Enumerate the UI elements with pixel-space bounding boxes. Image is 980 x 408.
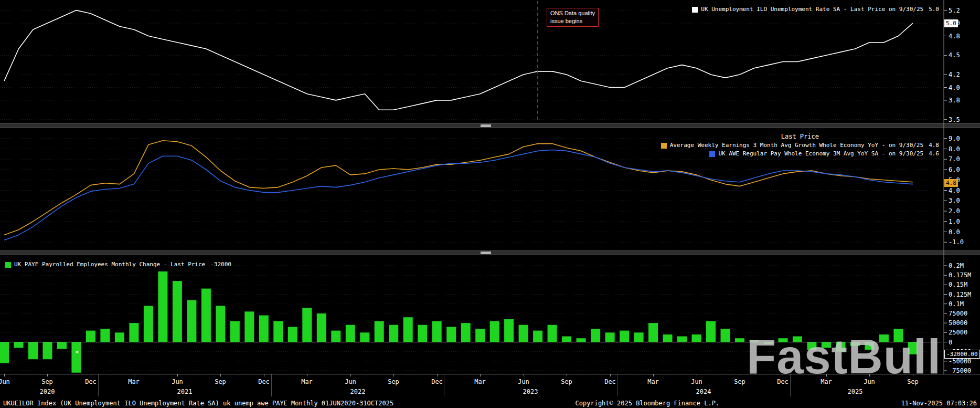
paye-bar	[793, 337, 802, 342]
paye-bar	[779, 338, 788, 342]
x-tick-label: Jun	[691, 378, 702, 385]
x-tick-mark	[740, 374, 740, 376]
y-tick-label: -1.0	[949, 238, 964, 246]
year-boundary-line	[98, 374, 99, 396]
paye-bar	[648, 323, 658, 342]
chart-canvas[interactable]: 5.25.04.84.54.24.03.83.59.08.07.06.05.04…	[0, 0, 980, 374]
x-tick-mark	[653, 374, 654, 376]
legend-paye-label: UK PAYE Payrolled Employees Monthly Chan…	[14, 260, 205, 269]
paye-bar	[446, 327, 456, 342]
x-tick-mark	[91, 374, 91, 376]
x-tick-label: Dec	[777, 378, 789, 385]
paye-bar	[403, 317, 413, 342]
x-tick-label: Sep	[907, 378, 919, 385]
x-year-label: 2024	[696, 388, 711, 395]
paye-bar	[389, 325, 398, 342]
x-tick-mark	[47, 374, 48, 376]
paye-bar	[879, 334, 889, 342]
legend-awe-regular-label: UK AWE Regular Pay Whole Economy 3M Avg …	[718, 150, 923, 158]
y-tick-label: 4.5	[949, 51, 960, 59]
last-price-box-unemployment: 5.0	[944, 19, 958, 27]
x-year-label: 2022	[350, 388, 366, 395]
y-tick-label: 0.1M	[949, 300, 964, 308]
y-tick-label: 4.2	[949, 71, 960, 78]
x-year-label: 2021	[177, 388, 193, 395]
x-tick-label: Dec	[431, 378, 443, 385]
legend-unemployment[interactable]: UK Unemployment ILO Unemployment Rate SA…	[692, 5, 939, 14]
paye-bar	[620, 331, 629, 342]
legend-paye[interactable]: UK PAYE Payrolled Employees Monthly Chan…	[5, 260, 231, 269]
paye-bar	[418, 325, 427, 342]
y-tick-label: 3.0	[949, 197, 960, 204]
paye-bar	[230, 321, 240, 342]
legend-awe-total[interactable]: Average Weekly Earnings 3 Month Avg Grow…	[661, 141, 939, 150]
x-tick-label: Mar	[647, 378, 659, 385]
paye-bar	[663, 334, 673, 342]
paye-bar	[706, 321, 716, 342]
x-tick-mark	[4, 374, 5, 376]
paye-bar	[360, 332, 369, 342]
x-tick-mark	[913, 374, 913, 376]
y-tick-label: 0.125M	[949, 291, 971, 298]
paye-bar	[173, 281, 182, 342]
paye-bar	[216, 306, 225, 342]
panel-divider-bottom[interactable]	[0, 250, 980, 255]
paye-bar	[504, 319, 514, 342]
y-tick-label: 0.175M	[949, 271, 971, 279]
paye-bar	[764, 342, 773, 344]
x-tick-mark	[697, 374, 697, 376]
x-tick-label: Sep	[41, 378, 53, 385]
paye-bar	[201, 289, 211, 342]
series-line	[4, 11, 913, 110]
y-tick-label: 0.2M	[949, 262, 964, 269]
paye-bar	[43, 342, 52, 360]
paye-bar	[519, 325, 528, 342]
last-price-box-awe: 4.8	[944, 179, 958, 187]
x-tick-label: Sep	[734, 378, 745, 385]
x-tick-label: Jun	[864, 378, 875, 385]
paye-bar	[475, 329, 485, 342]
y-tick-label: 8.0	[949, 145, 960, 153]
paye-bar	[158, 271, 167, 342]
paye-bar	[144, 306, 153, 342]
paye-bar	[548, 325, 557, 342]
legend-awe-regular[interactable]: UK AWE Regular Pay Whole Economy 3M Avg …	[709, 150, 939, 158]
status-copyright: Copyright© 2025 Bloomberg Finance L.P.	[576, 400, 720, 407]
legend-earnings-group: Last Price Average Weekly Earnings 3 Mon…	[661, 133, 939, 158]
paye-bar	[461, 323, 471, 342]
year-boundary-line	[617, 374, 617, 396]
y-tick-label: -75000	[949, 367, 971, 374]
x-tick-label: Jun	[172, 378, 183, 385]
y-tick-label: 6.0	[949, 166, 960, 173]
x-tick-mark	[437, 374, 438, 376]
paye-bar	[750, 340, 759, 342]
y-tick-label: 75000	[949, 310, 967, 317]
year-boundary-line	[444, 374, 444, 396]
paye-bar	[273, 321, 283, 342]
last-price-box-paye: -32000.00	[944, 350, 980, 359]
x-tick-label: Dec	[85, 378, 97, 385]
y-tick-label: 7.0	[949, 155, 960, 163]
x-tick-label: Mar	[474, 378, 486, 385]
paye-bar	[634, 332, 644, 342]
x-tick-label: Dec	[258, 378, 270, 385]
legend-awe-total-label: Average Weekly Earnings 3 Month Avg Grow…	[670, 141, 923, 150]
x-tick-mark	[480, 374, 481, 376]
panel-divider-top[interactable]	[0, 123, 980, 128]
paye-bar	[721, 329, 730, 342]
paye-bar	[28, 342, 38, 360]
paye-bar	[850, 342, 860, 346]
paye-bar	[187, 300, 196, 342]
y-tick-label: 4.8	[949, 33, 960, 40]
paye-bar	[244, 311, 254, 342]
paye-bar	[375, 321, 384, 342]
paye-bar	[677, 337, 687, 342]
x-year-label: 2020	[40, 388, 55, 395]
x-tick-label: Dec	[604, 378, 616, 385]
paye-bar	[129, 323, 139, 342]
paye-bar	[57, 342, 67, 349]
x-tick-label: Mar	[821, 378, 832, 385]
x-tick-label: Sep	[215, 378, 226, 385]
paye-bar	[533, 331, 542, 342]
awe-total-series-swatch	[661, 143, 667, 149]
